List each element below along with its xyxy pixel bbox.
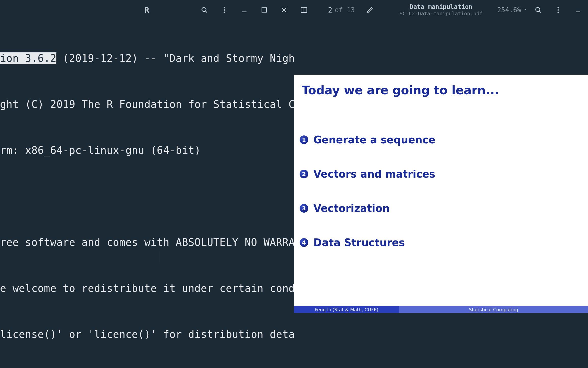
toc-number-icon: 2	[300, 170, 308, 178]
slide-heading: Today we are going to learn...	[302, 83, 499, 97]
toc-label: Data Structures	[313, 237, 405, 248]
minimize-icon[interactable]	[234, 0, 254, 20]
search-icon[interactable]	[194, 0, 214, 20]
search-icon[interactable]	[528, 0, 548, 20]
page-total-label: of 13	[335, 6, 355, 14]
pdf-toolbar: of 13 Data manipulation SC-L2-Data-manip…	[294, 0, 588, 20]
menu-kebab-icon[interactable]	[548, 0, 568, 20]
svg-point-2	[224, 7, 225, 8]
close-icon[interactable]	[274, 0, 294, 20]
toc-number-icon: 3	[300, 204, 308, 213]
term-line: ght (C) 2019 The R Foundation for Statis…	[0, 97, 294, 112]
svg-point-0	[202, 7, 206, 12]
toc-item: 4 Data Structures	[300, 237, 435, 248]
footer-author: Feng Li (Stat & Math, CUFE)	[294, 306, 399, 313]
toc-item: 2 Vectors and matrices	[300, 168, 435, 180]
slide-footer: Feng Li (Stat & Math, CUFE) Statistical …	[294, 306, 588, 313]
term-line: license()' or 'licence()' for distributi…	[0, 327, 294, 342]
toc-label: Vectors and matrices	[313, 168, 435, 180]
svg-line-12	[539, 11, 541, 13]
zoom-selector[interactable]: 254.6%	[497, 6, 528, 14]
maximize-icon[interactable]	[254, 0, 274, 20]
slide-toc: 1 Generate a sequence 2 Vectors and matr…	[300, 134, 435, 271]
term-line: e welcome to redistribute it under certa…	[0, 281, 294, 296]
term-line: rm: x86_64-pc-linux-gnu (64-bit)	[0, 143, 294, 158]
r-version-highlight: ion 3.6.2	[0, 52, 56, 64]
term-line: ree software and comes with ABSOLUTELY N…	[0, 235, 294, 250]
annotate-pencil-icon[interactable]	[360, 0, 380, 20]
svg-point-3	[224, 9, 225, 10]
terminal-window: R	[0, 0, 294, 368]
menu-kebab-icon[interactable]	[214, 0, 234, 20]
svg-point-11	[536, 7, 540, 12]
pdf-viewer-window: of 13 Data manipulation SC-L2-Data-manip…	[294, 0, 588, 368]
minimize-icon[interactable]	[568, 0, 588, 20]
chevron-down-icon	[523, 6, 528, 14]
terminal-output[interactable]: ion 3.6.2 (2019-12-12) -- "Dark and Stor…	[0, 20, 294, 368]
footer-course: Statistical Computing	[399, 306, 588, 313]
pdf-page[interactable]: Today we are going to learn... 1 Generat…	[294, 75, 588, 313]
svg-rect-9	[301, 7, 307, 13]
text-cursor-icon	[159, 251, 160, 263]
svg-line-1	[205, 11, 207, 13]
svg-point-14	[557, 9, 559, 10]
page-indicator: of 13	[317, 6, 355, 14]
zoom-value: 254.6%	[497, 6, 521, 14]
terminal-titlebar: R	[0, 0, 294, 20]
toc-label: Generate a sequence	[313, 134, 435, 146]
svg-rect-6	[262, 8, 266, 12]
toc-number-icon: 4	[300, 238, 308, 247]
svg-point-4	[224, 12, 225, 13]
svg-point-15	[557, 12, 559, 13]
sidebar-toggle-icon[interactable]	[294, 0, 314, 20]
page-number-input[interactable]	[317, 6, 332, 14]
toc-number-icon: 1	[300, 135, 308, 144]
toc-item: 3 Vectorization	[300, 202, 435, 214]
toc-label: Vectorization	[313, 202, 390, 214]
toc-item: 1 Generate a sequence	[300, 134, 435, 146]
svg-point-13	[557, 7, 559, 8]
term-line: (2019-12-12) -- "Dark and Stormy Night"	[56, 52, 294, 64]
term-line	[0, 189, 294, 204]
